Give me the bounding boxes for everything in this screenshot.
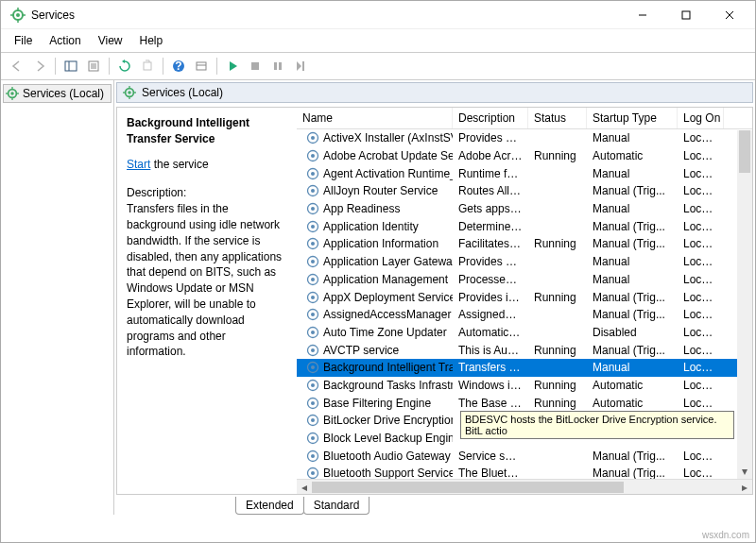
service-icon <box>306 414 319 427</box>
separator <box>55 58 56 75</box>
tooltip: BDESVC hosts the BitLocker Drive Encrypt… <box>460 411 734 439</box>
service-icon <box>306 255 319 268</box>
service-icon <box>306 167 319 180</box>
detail-pane: Background Intelligent Transfer Service … <box>117 108 297 494</box>
window-title: Services <box>31 8 621 22</box>
service-icon <box>306 344 319 357</box>
menu-action[interactable]: Action <box>42 31 88 50</box>
separator <box>216 58 217 75</box>
properties-button[interactable] <box>83 56 104 76</box>
table-row[interactable]: App ReadinessGets apps re...ManualLocal … <box>297 200 752 218</box>
column-logon[interactable]: Log On <box>678 108 724 128</box>
forward-button[interactable] <box>29 56 50 76</box>
start-suffix: the service <box>150 158 208 171</box>
table-row[interactable]: AssignedAccessManager Se...AssignedAc...… <box>297 306 752 324</box>
title-bar: Services <box>1 1 755 29</box>
table-row[interactable]: Application IdentityDetermines ...Manual… <box>297 217 752 235</box>
watermark: wsxdn.com <box>702 530 749 540</box>
column-desc[interactable]: Description <box>453 108 528 128</box>
tab-standard[interactable]: Standard <box>303 497 370 515</box>
service-icon <box>306 397 319 410</box>
column-name[interactable]: Name <box>297 108 453 128</box>
pane-header-label: Services (Local) <box>142 86 223 99</box>
pause-service-button[interactable] <box>267 56 288 76</box>
right-pane: Services (Local) Background Intelligent … <box>114 80 755 515</box>
separator <box>109 58 110 75</box>
service-icon <box>306 237 319 250</box>
service-icon <box>306 273 319 286</box>
tab-extended[interactable]: Extended <box>235 497 304 515</box>
table-row[interactable]: Application Layer Gateway ...Provides su… <box>297 253 752 271</box>
service-icon <box>306 361 319 374</box>
service-icon <box>306 220 319 233</box>
back-button[interactable] <box>7 56 27 76</box>
scroll-left-arrow[interactable]: ◂ <box>297 480 312 495</box>
menu-file[interactable]: File <box>7 31 40 50</box>
service-icon <box>306 432 319 445</box>
table-row[interactable]: Application ManagementProcesses in...Man… <box>297 271 752 289</box>
table-row[interactable]: Bluetooth Support ServiceThe Bluetoo...M… <box>297 465 752 479</box>
table-row[interactable]: AllJoyn Router ServiceRoutes AllJo...Man… <box>297 182 752 200</box>
gear-icon <box>123 86 136 99</box>
column-status[interactable]: Status <box>528 108 587 128</box>
svg-rect-18 <box>144 62 151 70</box>
table-row[interactable]: Application InformationFacilitates t...R… <box>297 235 752 253</box>
svg-text:?: ? <box>175 59 181 73</box>
menu-view[interactable]: View <box>91 31 130 50</box>
table-row[interactable]: AVCTP serviceThis is Audi...RunningManua… <box>297 341 752 359</box>
service-icon <box>306 450 319 463</box>
service-icon <box>306 308 319 321</box>
svg-rect-12 <box>65 61 77 71</box>
filter-button[interactable] <box>191 56 212 76</box>
start-service-link[interactable]: Start <box>127 158 150 171</box>
separator <box>163 58 163 75</box>
table-row[interactable]: Bluetooth Audio Gateway S...Service sup.… <box>297 447 752 465</box>
scrollbar-thumb[interactable] <box>739 130 750 173</box>
table-row[interactable]: Background Tasks Infrastruc...Windows in… <box>297 377 752 395</box>
menu-bar: File Action View Help <box>1 29 755 52</box>
selected-service-title: Background Intelligent Transfer Service <box>127 115 287 147</box>
service-icon <box>306 131 319 144</box>
stop-service-button[interactable] <box>245 56 266 76</box>
svg-rect-23 <box>251 62 259 70</box>
tree-pane: Services (Local) <box>1 80 114 515</box>
menu-help[interactable]: Help <box>132 31 171 50</box>
table-row[interactable]: AppX Deployment Service (...Provides inf… <box>297 288 752 306</box>
tree-node-services-local[interactable]: Services (Local) <box>3 84 112 103</box>
description-label: Description: <box>127 185 287 201</box>
svg-rect-25 <box>279 62 282 70</box>
help-button[interactable]: ? <box>168 56 189 76</box>
close-button[interactable] <box>708 1 751 29</box>
pane-header: Services (Local) <box>116 82 753 103</box>
export-button[interactable] <box>137 56 158 76</box>
scroll-down-arrow[interactable]: ▾ <box>737 464 752 479</box>
service-icon <box>306 184 319 197</box>
minimize-button[interactable] <box>621 1 664 29</box>
tree-node-label: Services (Local) <box>23 87 104 100</box>
services-app-icon <box>10 8 26 23</box>
maximize-button[interactable] <box>664 1 708 29</box>
table-row[interactable]: Background Intelligent Tran...Transfers … <box>297 359 752 377</box>
table-row[interactable]: ActiveX Installer (AxInstSV)Provides Us.… <box>297 129 752 147</box>
horizontal-scrollbar[interactable]: ◂ ▸ <box>297 479 752 494</box>
table-row[interactable]: Agent Activation Runtime_...Runtime for.… <box>297 164 752 182</box>
column-startup[interactable]: Startup Type <box>587 108 678 128</box>
service-icon <box>306 202 319 215</box>
service-icon <box>306 379 319 392</box>
service-icon <box>306 326 319 339</box>
toolbar: ? <box>1 52 755 80</box>
show-hide-tree-button[interactable] <box>60 56 81 76</box>
refresh-button[interactable] <box>114 56 135 76</box>
service-icon <box>306 467 319 479</box>
vertical-scrollbar[interactable]: ▾ <box>737 130 752 479</box>
service-icon <box>306 291 319 304</box>
scrollbar-thumb[interactable] <box>312 482 624 493</box>
table-row[interactable]: Adobe Acrobat Update Serv...Adobe Acro..… <box>297 147 752 165</box>
start-service-button[interactable] <box>222 56 243 76</box>
table-row[interactable]: Base Filtering EngineThe Base Fil...Runn… <box>297 394 752 412</box>
scroll-right-arrow[interactable]: ▸ <box>737 480 752 495</box>
svg-rect-24 <box>274 62 277 70</box>
restart-service-button[interactable] <box>290 56 311 76</box>
table-row[interactable]: Auto Time Zone UpdaterAutomatica...Disab… <box>297 324 752 342</box>
view-tabs: Extended Standard <box>114 497 755 515</box>
